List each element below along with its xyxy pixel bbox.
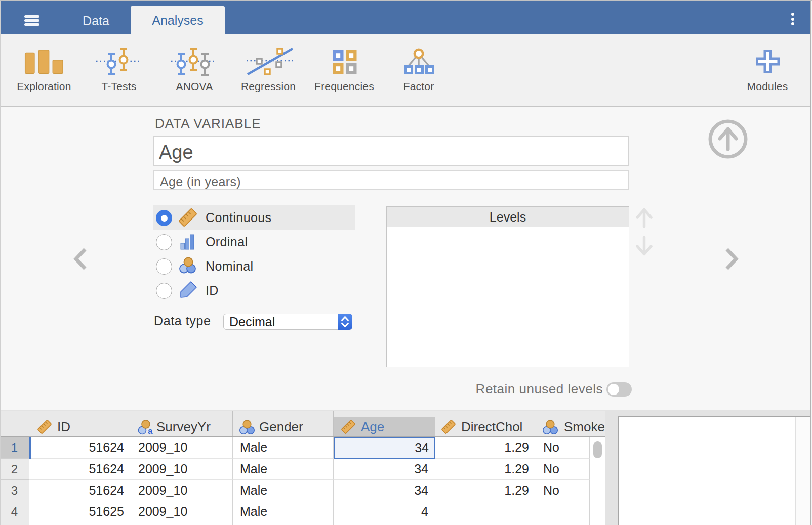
- svg-text:a: a: [148, 426, 153, 435]
